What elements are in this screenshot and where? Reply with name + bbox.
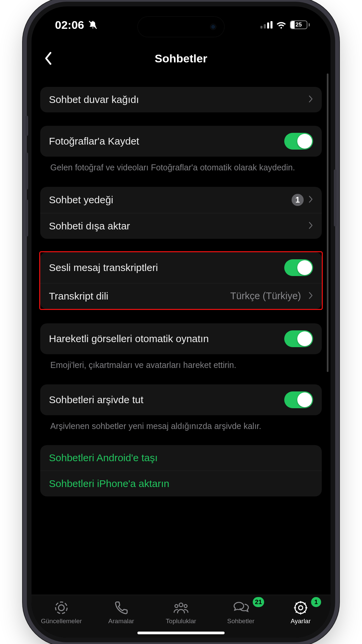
row-wallpaper[interactable]: Sohbet duvar kağıdı bbox=[40, 87, 322, 112]
svg-rect-1 bbox=[264, 24, 266, 29]
svg-point-6 bbox=[179, 603, 183, 606]
dynamic-island bbox=[137, 16, 225, 37]
row-save-photos[interactable]: Fotoğraflar'a Kaydet bbox=[40, 126, 322, 157]
row-label: Sohbetleri iPhone'a aktarın bbox=[49, 478, 313, 489]
tab-label: Ayarlar bbox=[291, 618, 311, 625]
toggle-transcripts[interactable] bbox=[284, 259, 313, 276]
svg-rect-0 bbox=[260, 26, 262, 29]
settings-scroll: Sohbet duvar kağıdı Fotoğraflar'a Kaydet… bbox=[32, 73, 330, 595]
tab-label: Güncellemeler bbox=[41, 618, 82, 625]
phone-icon bbox=[114, 600, 129, 615]
row-label: Sesli mesaj transkriptleri bbox=[49, 262, 284, 273]
tab-badge: 1 bbox=[311, 597, 321, 607]
cellular-icon bbox=[260, 21, 273, 29]
tab-label: Topluluklar bbox=[166, 618, 196, 625]
tab-updates[interactable]: Güncellemeler bbox=[32, 595, 91, 630]
svg-point-5 bbox=[59, 605, 64, 610]
svg-point-7 bbox=[175, 604, 178, 607]
row-autoplay[interactable]: Hareketli görselleri otomatik oynatın bbox=[40, 323, 322, 354]
svg-point-4 bbox=[56, 602, 67, 613]
updates-icon bbox=[54, 600, 69, 615]
row-transcript-lang[interactable]: Transkript dili Türkçe (Türkiye) bbox=[40, 283, 322, 309]
row-label: Sohbet duvar kağıdı bbox=[49, 94, 308, 105]
status-time: 02:06 bbox=[55, 18, 84, 32]
scrollbar[interactable] bbox=[327, 73, 328, 372]
home-indicator[interactable] bbox=[137, 632, 225, 634]
toggle-save-photos[interactable] bbox=[284, 133, 313, 150]
row-value: Türkçe (Türkiye) bbox=[230, 290, 301, 302]
svg-point-9 bbox=[299, 605, 303, 609]
chats-icon bbox=[232, 600, 249, 615]
row-label: Transkript dili bbox=[49, 290, 230, 302]
page-title: Sohbetler bbox=[155, 52, 207, 65]
tab-label: Sohbetler bbox=[227, 618, 254, 625]
row-label: Sohbet yedeği bbox=[49, 194, 292, 206]
row-backup[interactable]: Sohbet yedeği 1 bbox=[40, 187, 322, 213]
row-move-android[interactable]: Sohbetleri Android'e taşı bbox=[40, 445, 322, 471]
row-label: Sohbetleri Android'e taşı bbox=[49, 452, 313, 464]
nav-header: Sohbetler bbox=[32, 43, 330, 73]
chevron-left-icon bbox=[44, 52, 52, 65]
volume-up-button bbox=[25, 153, 28, 190]
chevron-right-icon bbox=[308, 290, 313, 302]
svg-rect-3 bbox=[270, 21, 273, 29]
volume-down-button bbox=[25, 200, 28, 236]
tab-communities[interactable]: Topluluklar bbox=[151, 595, 211, 630]
row-label: Hareketli görselleri otomatik oynatın bbox=[49, 333, 284, 344]
chevron-right-icon bbox=[308, 220, 313, 232]
highlight-transcripts: Sesli mesaj transkriptleri Transkript di… bbox=[39, 251, 323, 310]
mute-switch bbox=[25, 116, 28, 136]
toggle-archive[interactable] bbox=[284, 391, 313, 408]
tab-chats[interactable]: 21 Sohbetler bbox=[211, 595, 270, 630]
tab-calls[interactable]: Aramalar bbox=[91, 595, 151, 630]
tab-settings[interactable]: 1 Ayarlar bbox=[271, 595, 330, 630]
tab-label: Aramalar bbox=[108, 618, 134, 625]
svg-point-10 bbox=[295, 602, 306, 613]
power-button bbox=[334, 169, 337, 226]
svg-rect-2 bbox=[267, 22, 269, 29]
silent-icon bbox=[88, 20, 98, 30]
row-description: Emoji'leri, çıkartmaları ve avatarları h… bbox=[40, 360, 322, 371]
battery-indicator: 25 bbox=[290, 20, 310, 29]
row-description: Gelen fotoğraf ve videoları Fotoğraflar'… bbox=[40, 162, 322, 173]
row-label: Fotoğraflar'a Kaydet bbox=[49, 136, 284, 147]
chevron-right-icon bbox=[308, 94, 313, 105]
chevron-right-icon bbox=[308, 194, 313, 206]
tab-bar: Güncellemeler Aramalar Topluluklar 21 So… bbox=[32, 595, 330, 638]
badge-count: 1 bbox=[292, 194, 304, 206]
svg-point-8 bbox=[184, 604, 187, 607]
row-transcripts[interactable]: Sesli mesaj transkriptleri bbox=[40, 252, 322, 283]
row-archive[interactable]: Sohbetleri arşivde tut bbox=[40, 384, 322, 415]
toggle-autoplay[interactable] bbox=[284, 330, 313, 347]
wifi-icon bbox=[276, 21, 287, 29]
row-export[interactable]: Sohbeti dışa aktar bbox=[40, 213, 322, 239]
row-label: Sohbetleri arşivde tut bbox=[49, 394, 284, 406]
tab-badge: 21 bbox=[253, 597, 264, 607]
row-label: Sohbeti dışa aktar bbox=[49, 220, 308, 232]
gear-icon bbox=[293, 600, 308, 615]
communities-icon bbox=[173, 600, 189, 615]
back-button[interactable] bbox=[38, 48, 58, 68]
row-description: Arşivlenen sohbetler yeni mesaj aldığını… bbox=[40, 421, 322, 432]
row-move-iphone[interactable]: Sohbetleri iPhone'a aktarın bbox=[40, 471, 322, 496]
